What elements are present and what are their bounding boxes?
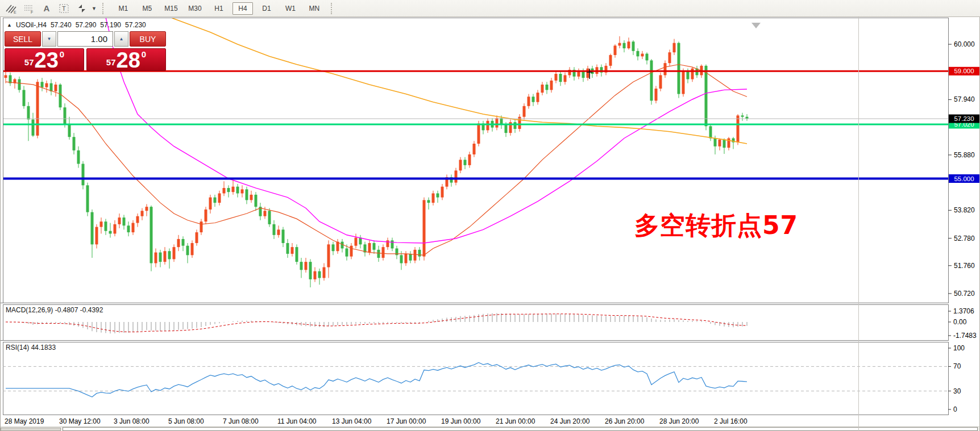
chevron-down-icon[interactable]: ▼ <box>92 6 97 11</box>
candle-body <box>400 255 403 263</box>
candle <box>9 73 12 86</box>
candle-body <box>277 229 280 235</box>
candle <box>196 229 198 245</box>
candle <box>728 137 730 150</box>
candle-body <box>477 124 480 144</box>
timeframe-M15[interactable]: M15 <box>161 2 181 15</box>
timeframe-M1[interactable]: M1 <box>113 2 134 15</box>
candle <box>59 83 62 110</box>
candle <box>273 220 276 239</box>
candle-body <box>668 52 671 63</box>
timeframe-M30[interactable]: M30 <box>185 2 205 15</box>
volume-input[interactable]: 1.00 <box>57 31 113 47</box>
candle <box>223 181 226 196</box>
candle-body <box>432 194 435 203</box>
candle <box>45 81 48 93</box>
candle-body <box>159 253 162 262</box>
candle <box>86 183 89 216</box>
candle-body <box>628 41 630 48</box>
date-tick-label: 11 Jun 04:00 <box>277 417 317 425</box>
candle-body <box>505 125 508 133</box>
cycle-arrows-icon[interactable] <box>74 2 90 15</box>
candle <box>127 221 130 236</box>
candle-body <box>387 240 389 247</box>
candle <box>123 215 126 229</box>
candle-body <box>455 170 458 182</box>
candle-body <box>641 54 644 57</box>
symbol-title: USOil-,H4 <box>16 21 47 29</box>
candle <box>173 244 176 262</box>
line-studies-icon[interactable]: E <box>3 2 19 15</box>
text-label-icon[interactable]: A <box>39 2 55 15</box>
volume-increment-button[interactable]: ▲ <box>114 31 128 47</box>
candle-body <box>64 107 67 125</box>
candle <box>259 203 262 220</box>
grid-glyph: F <box>23 3 35 14</box>
timeframe-H1[interactable]: H1 <box>209 2 229 15</box>
timeframe-MN[interactable]: MN <box>304 2 325 15</box>
price-axis: 60.00057.94055.88053.82052.78051.76050.7… <box>948 40 975 298</box>
sell-button[interactable]: SELL <box>5 31 41 47</box>
text-box-icon[interactable]: T <box>56 2 72 15</box>
price-tick-label: 57.940 <box>954 95 975 103</box>
candle-body <box>637 51 640 56</box>
ma-slow-line <box>142 4 747 144</box>
buy-price-tile[interactable]: 57 28 0 <box>86 48 166 71</box>
date-tick-label: 19 Jun 00:00 <box>441 417 481 425</box>
candle-body <box>350 246 353 257</box>
candle <box>614 44 617 58</box>
rsi-scale-label: 0 <box>953 405 957 413</box>
candle-body <box>255 195 258 207</box>
candle <box>691 67 694 82</box>
candle-body <box>414 250 417 261</box>
candle-body <box>100 221 103 227</box>
window-left-edge <box>0 0 1 431</box>
price-badge-text: 55.000 <box>954 175 974 182</box>
buy-price-pips: 28 <box>117 52 140 69</box>
candle-body <box>514 122 517 129</box>
candle-body <box>559 74 562 82</box>
candle-body <box>246 189 248 200</box>
sell-price-tile[interactable]: 57 23 0 <box>5 48 84 71</box>
ohlc-close: 57.230 <box>125 21 146 29</box>
candle <box>168 248 171 268</box>
candle-body <box>550 81 553 90</box>
price-tick-label: 50.720 <box>954 290 975 298</box>
date-axis: 28 May 201930 May 12:003 Jun 08:005 Jun … <box>5 417 748 425</box>
timeframe-M5[interactable]: M5 <box>137 2 157 15</box>
buy-price-fraction: 0 <box>142 49 146 59</box>
timeframe-H4[interactable]: H4 <box>232 2 253 15</box>
candle-body <box>241 189 244 193</box>
candle <box>664 60 667 78</box>
timeframe-W1[interactable]: W1 <box>280 2 301 15</box>
candle <box>427 198 430 210</box>
candle <box>568 67 571 78</box>
candle-body <box>650 60 653 101</box>
price-tick-label: 52.780 <box>954 235 975 242</box>
candle-body <box>291 247 294 254</box>
timeframe-D1[interactable]: D1 <box>256 2 277 15</box>
volume-decrement-button[interactable]: ▼ <box>42 31 56 47</box>
scrollbar-thumb[interactable] <box>63 427 978 431</box>
candle-body <box>114 224 117 234</box>
candle-body <box>36 82 39 136</box>
collapse-triangle-icon[interactable]: ▲ <box>7 22 12 28</box>
price-tick-label: 51.760 <box>954 262 975 270</box>
candle-body <box>368 243 371 253</box>
scrollbar-track-segment[interactable] <box>1 428 61 431</box>
candle <box>36 79 39 138</box>
candle-body <box>723 140 726 148</box>
macd-scale-label: -1.7483 <box>953 332 977 340</box>
candle-body <box>623 43 626 48</box>
candle-body <box>614 45 617 55</box>
candle <box>446 174 449 189</box>
grid-icon[interactable]: F <box>21 2 37 15</box>
buy-button[interactable]: BUY <box>130 31 166 47</box>
candle-body <box>136 216 139 223</box>
cycle-arrows-glyph <box>76 3 88 14</box>
svg-text:T: T <box>62 5 66 12</box>
candle-body <box>323 267 326 278</box>
candle <box>77 147 80 168</box>
macd-label-row: MACD(12,26,9) -0.4807 -0.4392 <box>6 306 103 314</box>
candle <box>382 244 385 260</box>
